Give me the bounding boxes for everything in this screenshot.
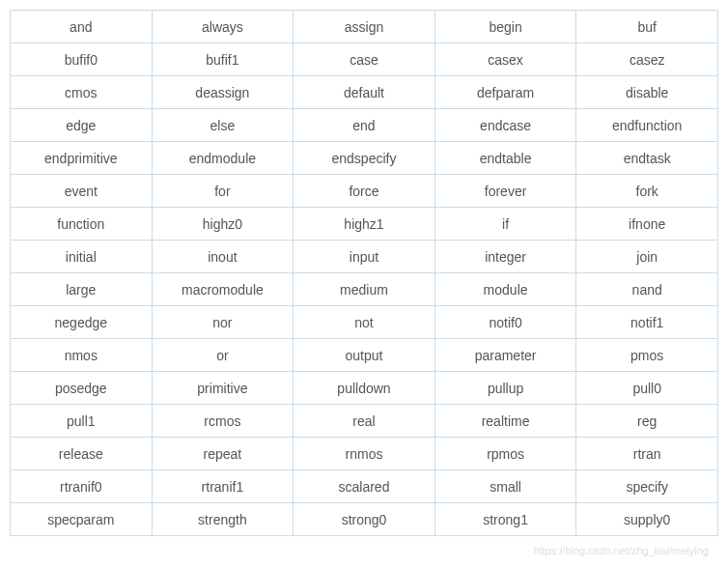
table-row: eventforforceforeverfork — [11, 175, 718, 208]
table-cell: assign — [294, 11, 435, 43]
table-cell: force — [294, 175, 435, 208]
table-cell: casez — [576, 43, 718, 76]
table-cell: inout — [152, 241, 294, 273]
table-cell: edge — [11, 109, 153, 142]
table-cell: large — [11, 273, 153, 306]
table-cell: endtable — [434, 142, 576, 175]
table-cell: primitive — [152, 372, 294, 405]
table-cell: notif1 — [576, 306, 718, 339]
table-cell: pullup — [434, 372, 576, 405]
table-row: nmosoroutputparameterpmos — [11, 339, 718, 372]
table-cell: rpmos — [434, 438, 576, 470]
table-cell: pulldown — [294, 372, 435, 405]
table-row: posedgeprimitivepulldownpulluppull0 — [11, 372, 718, 405]
table-cell: release — [11, 438, 153, 470]
table-cell: always — [152, 11, 294, 43]
table-cell: case — [294, 43, 435, 76]
table-cell: negedge — [11, 306, 153, 339]
table-cell: for — [152, 175, 294, 208]
table-cell: scalared — [294, 470, 435, 503]
table-cell: specify — [576, 470, 718, 503]
table-cell: rtran — [576, 438, 718, 470]
table-cell: bufif1 — [152, 43, 294, 76]
table-cell: and — [11, 11, 153, 43]
table-cell: default — [294, 76, 435, 109]
table-cell: deassign — [152, 76, 294, 109]
table-row: specparamstrengthstrong0strong1supply0 — [11, 503, 718, 536]
table-row: initialinoutinputintegerjoin — [11, 241, 718, 273]
table-row: negedgenornotnotif0notif1 — [11, 306, 718, 339]
table-row: endprimitiveendmoduleendspecifyendtablee… — [11, 142, 718, 175]
table-cell: bufif0 — [11, 43, 153, 76]
table-cell: repeat — [152, 438, 294, 470]
table-cell: notif0 — [434, 306, 576, 339]
keywords-table: andalwaysassignbeginbufbufif0bufif1casec… — [10, 10, 718, 536]
table-cell: join — [576, 241, 718, 273]
table-cell: rtranif1 — [152, 470, 294, 503]
table-cell: highz0 — [152, 208, 294, 241]
table-cell: defparam — [434, 76, 576, 109]
table-cell: integer — [434, 241, 576, 273]
table-cell: endmodule — [152, 142, 294, 175]
table-cell: function — [11, 208, 153, 241]
table-row: bufif0bufif1casecasexcasez — [11, 43, 718, 76]
table-row: releaserepeatrnmosrpmosrtran — [11, 438, 718, 470]
table-cell: cmos — [11, 76, 153, 109]
table-row: rtranif0rtranif1scalaredsmallspecify — [11, 470, 718, 503]
table-row: cmosdeassigndefaultdefparamdisable — [11, 76, 718, 109]
watermark: https://blog.csdn.net/zhg_liisi/meiying — [533, 545, 709, 546]
table-cell: initial — [11, 241, 153, 273]
table-cell: nand — [576, 273, 718, 306]
table-cell: strong0 — [294, 503, 435, 536]
table-cell: real — [294, 405, 435, 438]
table-row: functionhighz0highz1ififnone — [11, 208, 718, 241]
table-cell: not — [294, 306, 435, 339]
table-cell: parameter — [434, 339, 576, 372]
table-cell: casex — [434, 43, 576, 76]
table-cell: small — [434, 470, 576, 503]
table-cell: nor — [152, 306, 294, 339]
table-cell: or — [152, 339, 294, 372]
table-cell: event — [11, 175, 153, 208]
table-row: edgeelseendendcaseendfunction — [11, 109, 718, 142]
table-row: pull1rcmosrealrealtimereg — [11, 405, 718, 438]
table-cell: highz1 — [294, 208, 435, 241]
table-cell: endcase — [434, 109, 576, 142]
table-cell: endtask — [576, 142, 718, 175]
table-row: andalwaysassignbeginbuf — [11, 11, 718, 43]
table-cell: strength — [152, 503, 294, 536]
table-cell: reg — [576, 405, 718, 438]
table-cell: forever — [434, 175, 576, 208]
table-cell: endprimitive — [11, 142, 153, 175]
table-cell: pmos — [576, 339, 718, 372]
table-cell: fork — [576, 175, 718, 208]
table-cell: rnmos — [294, 438, 435, 470]
table-cell: endfunction — [576, 109, 718, 142]
table-cell: module — [434, 273, 576, 306]
table-cell: else — [152, 109, 294, 142]
table-cell: rcmos — [152, 405, 294, 438]
table-row: largemacromodulemediummodulenand — [11, 273, 718, 306]
table-cell: nmos — [11, 339, 153, 372]
table-cell: output — [294, 339, 435, 372]
table-cell: macromodule — [152, 273, 294, 306]
table-cell: if — [434, 208, 576, 241]
table-cell: specparam — [11, 503, 153, 536]
table-cell: posedge — [11, 372, 153, 405]
table-cell: endspecify — [294, 142, 435, 175]
table-cell: rtranif0 — [11, 470, 153, 503]
table-cell: pull1 — [11, 405, 153, 438]
table-cell: realtime — [434, 405, 576, 438]
table-cell: begin — [434, 11, 576, 43]
table-cell: buf — [576, 11, 718, 43]
table-cell: supply0 — [576, 503, 718, 536]
table-cell: end — [294, 109, 435, 142]
table-cell: disable — [576, 76, 718, 109]
table-cell: strong1 — [434, 503, 576, 536]
table-cell: input — [294, 241, 435, 273]
table-cell: ifnone — [576, 208, 718, 241]
table-cell: medium — [294, 273, 435, 306]
table-cell: pull0 — [576, 372, 718, 405]
